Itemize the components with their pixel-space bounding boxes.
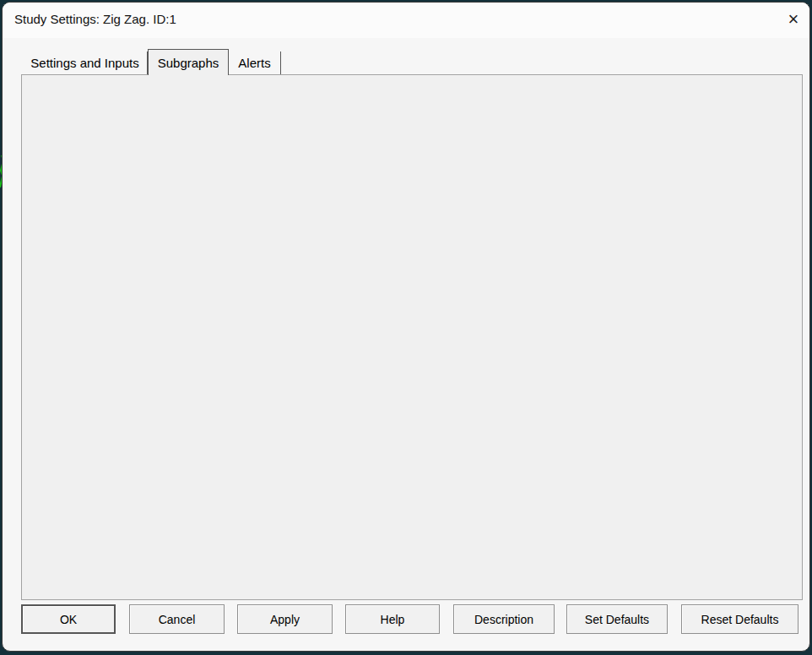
cancel-button[interactable]: Cancel	[129, 604, 225, 634]
tab-subgraphs-label: Subgraphs	[158, 56, 219, 70]
title-bar: Study Settings: Zig Zag. ID:1 ×	[3, 3, 809, 38]
desktop-background: Study Settings: Zig Zag. ID:1 × Settings…	[0, 0, 812, 655]
subgraphs-tab-page	[21, 74, 803, 600]
set-defaults-button[interactable]: Set Defaults	[566, 604, 668, 634]
description-button[interactable]: Description	[453, 604, 555, 634]
dialog-title: Study Settings: Zig Zag. ID:1	[14, 12, 176, 26]
help-button[interactable]: Help	[345, 604, 440, 634]
reset-defaults-button[interactable]: Reset Defaults	[681, 604, 798, 634]
tab-alerts[interactable]: Alerts	[229, 51, 281, 74]
study-settings-dialog: Study Settings: Zig Zag. ID:1 × Settings…	[2, 2, 810, 652]
tab-settings-and-inputs-label: Settings and Inputs	[30, 56, 138, 70]
tab-subgraphs[interactable]: Subgraphs	[148, 49, 229, 75]
apply-button[interactable]: Apply	[237, 604, 333, 634]
close-icon[interactable]: ×	[779, 6, 808, 33]
ok-button[interactable]: OK	[21, 604, 116, 634]
tab-settings-and-inputs[interactable]: Settings and Inputs	[23, 51, 148, 74]
tab-alerts-label: Alerts	[238, 56, 270, 70]
